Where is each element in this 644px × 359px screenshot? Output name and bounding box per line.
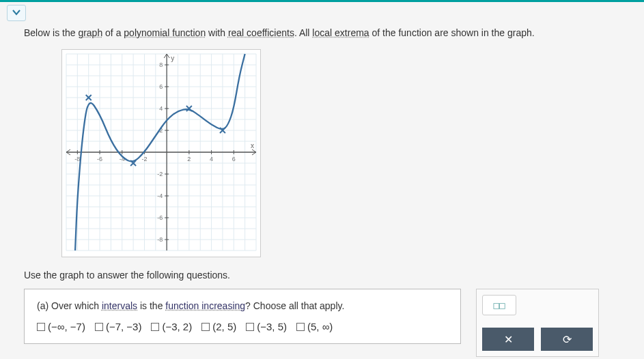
close-button[interactable]: ✕ [482, 328, 534, 351]
graph-container: -8-6-4-2246-8-6-4-22468 x y [61, 49, 261, 257]
svg-text:-6: -6 [157, 214, 163, 221]
q-seg: Over which [48, 300, 102, 311]
option-4[interactable]: (−3, 5) [246, 321, 287, 332]
fraction-icon: □□ [494, 300, 505, 311]
svg-text:y: y [171, 55, 174, 62]
polynomial-graph: -8-6-4-2246-8-6-4-22468 x y [62, 50, 260, 255]
term-function-increasing[interactable]: function increasing [165, 300, 245, 311]
svg-text:-4: -4 [157, 192, 163, 199]
answers-row: (a) Over which intervals is the function… [24, 289, 620, 357]
checkbox-icon[interactable] [151, 323, 159, 331]
term-local-extrema[interactable]: local extrema [312, 27, 369, 38]
question-label: (a) [37, 300, 48, 311]
prompt-segment: of a [102, 27, 124, 38]
term-real-coefficients[interactable]: real coefficients [228, 27, 294, 38]
option-5[interactable]: (5, ∞) [296, 321, 333, 332]
svg-text:-8: -8 [74, 156, 80, 162]
prompt-segment: with [206, 27, 228, 38]
options-list: (−∞, −7)(−7, −3)(−3, 2)(2, 5)(−3, 5)(5, … [37, 321, 448, 332]
svg-text:-6: -6 [97, 156, 102, 162]
option-3[interactable]: (2, 5) [201, 321, 236, 332]
term-polynomial-function[interactable]: polynomial function [124, 27, 206, 38]
side-panel: □□ ✕ ⟳ [476, 289, 599, 357]
reset-button[interactable]: ⟳ [541, 328, 593, 351]
side-buttons: ✕ ⟳ [482, 328, 593, 351]
instruction-text: Use the graph to answer the following qu… [24, 270, 620, 281]
option-2[interactable]: (−3, 2) [151, 321, 192, 332]
svg-text:-2: -2 [157, 171, 163, 177]
checkbox-icon[interactable] [296, 323, 305, 331]
close-icon: ✕ [504, 333, 513, 346]
q-seg: is the [137, 300, 165, 311]
term-intervals[interactable]: intervals [102, 300, 137, 311]
svg-text:6: 6 [159, 83, 163, 90]
prompt-segment: Below is the [24, 27, 78, 38]
svg-text:8: 8 [159, 61, 163, 68]
top-accent-bar [0, 0, 644, 2]
checkbox-icon[interactable] [95, 323, 103, 331]
option-text: (−∞, −7) [48, 321, 85, 332]
svg-text:6: 6 [232, 156, 236, 162]
term-graph[interactable]: graph [78, 27, 102, 38]
svg-text:x: x [251, 142, 254, 149]
svg-text:-8: -8 [157, 236, 163, 243]
chevron-down-icon [12, 8, 21, 16]
reset-icon: ⟳ [563, 333, 572, 346]
prompt-text: Below is the graph of a polynomial funct… [24, 27, 620, 38]
option-text: (−3, 2) [162, 321, 192, 332]
content-area: Below is the graph of a polynomial funct… [0, 24, 644, 359]
question-text: (a) Over which intervals is the function… [37, 300, 448, 311]
option-0[interactable]: (−∞, −7) [37, 321, 85, 332]
prompt-segment: of the function are shown in the graph. [369, 27, 535, 38]
svg-text:4: 4 [159, 105, 163, 112]
option-1[interactable]: (−7, −3) [95, 321, 142, 332]
prompt-segment: . All [294, 27, 312, 38]
svg-text:2: 2 [187, 156, 191, 162]
q-seg: ? Choose all that apply. [245, 300, 344, 311]
option-text: (5, ∞) [307, 321, 333, 332]
option-text: (−7, −3) [106, 321, 142, 332]
option-text: (−3, 5) [257, 321, 287, 332]
option-text: (2, 5) [212, 321, 236, 332]
question-box: (a) Over which intervals is the function… [24, 289, 461, 344]
checkbox-icon[interactable] [37, 323, 45, 331]
collapse-button[interactable] [7, 5, 26, 21]
checkbox-icon[interactable] [246, 323, 254, 331]
svg-text:4: 4 [210, 156, 213, 162]
svg-text:-2: -2 [141, 156, 147, 162]
fraction-tool-button[interactable]: □□ [482, 295, 516, 315]
checkbox-icon[interactable] [201, 323, 210, 331]
